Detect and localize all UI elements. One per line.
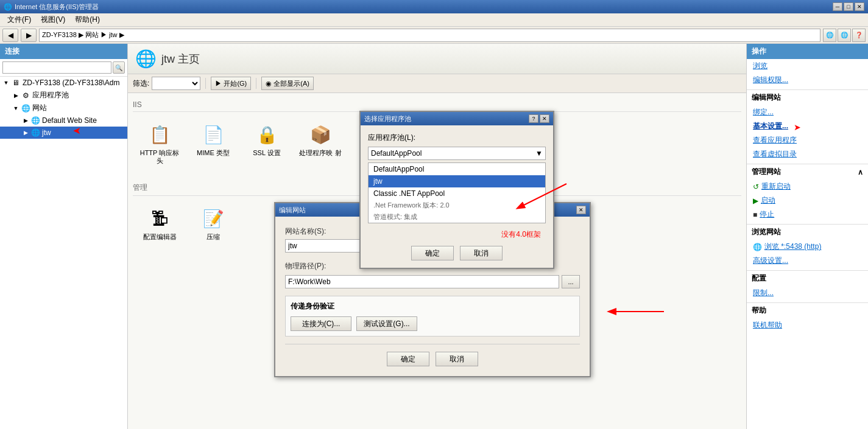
edit-confirm-btn[interactable]: 确定 (387, 352, 429, 366)
right-panel-section-help: 帮助 (747, 302, 868, 318)
right-panel-section-config: 配置 (747, 270, 868, 286)
select-pool-titlebar: 选择应用程序池 ? ✕ (361, 112, 553, 125)
auth-buttons: 连接为(C)... 测试设置(G)... (291, 316, 574, 331)
label-default: Default Web Site (42, 116, 97, 125)
close-btn[interactable]: ✕ (855, 2, 864, 11)
right-advanced[interactable]: 高级设置... (747, 254, 868, 268)
test-settings-btn[interactable]: 测试设置(G)... (356, 316, 417, 331)
label-jtw: jtw (42, 128, 51, 137)
section-mgmt-toggle[interactable]: ∧ (858, 168, 863, 176)
auth-section: 传递身份验证 连接为(C)... 测试设置(G)... (285, 296, 580, 337)
expand-icon-apppool: ▶ (12, 92, 19, 99)
sidebar: 连接 🔍 ▼ 🖥 ZD-YF3138 (ZD-YF3138\Adm ▶ ⚙ 应用… (0, 44, 128, 429)
icon-sites: 🌐 (21, 103, 30, 113)
pool-confirm-btn[interactable]: 确定 (411, 246, 454, 260)
select-pool-title: 选择应用程序池 (364, 114, 411, 124)
right-stop[interactable]: ■ 停止 (747, 208, 868, 221)
content-title: jtw 主页 (161, 52, 200, 66)
label-root: ZD-YF3138 (ZD-YF3138\Adm (23, 78, 119, 87)
right-start[interactable]: ▶ 启动 (747, 194, 868, 208)
connect-as-btn[interactable]: 连接为(C)... (291, 316, 351, 331)
right-browse-http[interactable]: 🌐 浏览 *:5438 (http) (747, 240, 868, 254)
right-panel-edit-perms[interactable]: 编辑权限... (747, 73, 868, 87)
icon-jtw: 🌐 (30, 128, 40, 138)
browse-http-icon: 🌐 (753, 243, 762, 251)
right-basic-settings[interactable]: 基本设置... (747, 119, 868, 133)
expand-icon-default: ▶ (22, 117, 29, 124)
section-mgmt-title: 管理网站 (752, 167, 781, 177)
icon-compress[interactable]: 🗜 配置编辑器 (135, 203, 184, 244)
dialog-close-btn[interactable]: ✕ (540, 114, 549, 123)
expand-icon-root: ▼ (2, 79, 10, 86)
right-view-apps[interactable]: 查看应用程序 (747, 133, 868, 147)
addon-icon-2[interactable]: 🌐 (838, 29, 851, 42)
config-editor-icon: 📝 (201, 206, 225, 231)
select-pool-dialog: 选择应用程序池 ? ✕ 应用程序池(L): DefaultAppPool ▼ (359, 111, 554, 269)
right-panel-section-browse: 浏览网站 (747, 224, 868, 240)
pool-subtext-1: 管道模式: 集成 (369, 211, 545, 223)
start-label: 启动 (761, 195, 775, 206)
tree-item-jtw[interactable]: ▶ 🌐 jtw (0, 127, 127, 139)
minimize-btn[interactable]: ─ (833, 2, 842, 11)
sidebar-search-input[interactable] (2, 61, 111, 74)
menu-help[interactable]: 帮助(H) (70, 13, 105, 26)
filter-select[interactable] (152, 77, 200, 90)
ssl-label: SSL 设置 (253, 149, 280, 157)
right-limits[interactable]: 限制... (747, 286, 868, 300)
right-panel-section-mgmt: 管理网站 ∧ (747, 164, 868, 180)
dialog-help-btn[interactable]: ? (529, 114, 538, 123)
right-online-help[interactable]: 联机帮助 (747, 318, 868, 332)
pool-cancel-btn[interactable]: 取消 (460, 246, 503, 260)
back-btn[interactable]: ◀ (2, 29, 18, 42)
start-icon: ▶ (753, 197, 758, 205)
edit-cancel-btn[interactable]: 取消 (436, 352, 478, 366)
pool-list-item-0[interactable]: DefaultAppPool (369, 163, 545, 175)
right-panel-browse[interactable]: 浏览 (747, 59, 868, 73)
icon-ssl[interactable]: 🔒 SSL 设置 (242, 119, 291, 168)
menu-bar: 文件(F) 视图(V) 帮助(H) (0, 13, 868, 27)
address-path: ZD-YF3138 ▶ 网站 ▶ jtw ▶ (39, 29, 820, 42)
toolbar: 筛选: ▶ 开始(G) ◉ 全部显示(A) (128, 74, 746, 93)
menu-file[interactable]: 文件(F) (2, 13, 36, 26)
tree-item-root[interactable]: ▼ 🖥 ZD-YF3138 (ZD-YF3138\Adm (0, 77, 127, 89)
addon-icon-3[interactable]: ❓ (852, 29, 866, 42)
mime-label: MIME 类型 (197, 149, 230, 157)
icon-config-editor[interactable]: 📝 压缩 (189, 203, 238, 244)
pool-list-item-2[interactable]: Classic .NET AppPool (369, 187, 545, 200)
icon-http-headers[interactable]: 📋 HTTP 响应标 头 (135, 119, 184, 168)
divider-1 (205, 78, 206, 89)
pool-dropdown[interactable]: DefaultAppPool ▼ (368, 147, 546, 160)
addon-icon-1[interactable]: 🌐 (823, 29, 836, 42)
handler-label: 处理程序映 射 (299, 149, 341, 157)
select-pool-content: 应用程序池(L): DefaultAppPool ▼ DefaultAppPoo… (361, 125, 553, 268)
tree-item-default-site[interactable]: ▶ 🌐 Default Web Site (0, 114, 127, 127)
show-all-btn[interactable]: ◉ 全部显示(A) (261, 77, 314, 90)
icon-root: 🖥 (11, 78, 21, 88)
content-header: 🌐 jtw 主页 (128, 44, 746, 74)
pool-list: DefaultAppPool jtw Classic .NET AppPool … (368, 162, 546, 223)
right-view-vdirs[interactable]: 查看虚拟目录 (747, 147, 868, 161)
section-edit-title: 编辑网站 (752, 92, 781, 103)
right-panel: 操作 浏览 编辑权限... 编辑网站 绑定... 基本设置... ➤ 查看应用程… (746, 44, 868, 429)
physical-path-input[interactable] (285, 275, 559, 288)
pool-dialog-buttons: 确定 取消 (368, 246, 546, 260)
restart-icon: ↺ (753, 183, 759, 191)
pool-list-item-1[interactable]: jtw (369, 175, 545, 187)
window-title: Internet 信息服务(IIS)管理器 (15, 2, 99, 12)
forward-btn[interactable]: ▶ (21, 29, 37, 42)
tree-item-sites[interactable]: ▼ 🌐 网站 (0, 102, 127, 114)
sidebar-search-btn[interactable]: 🔍 (113, 61, 125, 74)
icon-handler[interactable]: 📦 处理程序映 射 (296, 119, 345, 168)
browse-path-btn[interactable]: ... (562, 275, 580, 288)
right-bind-link[interactable]: 绑定... (747, 105, 868, 119)
config-editor-label: 压缩 (206, 233, 220, 241)
restore-btn[interactable]: □ (844, 2, 853, 11)
tree-item-apppool[interactable]: ▶ ⚙ 应用程序池 (0, 89, 127, 102)
pool-subtext-0: .Net Framework 版本: 2.0 (369, 200, 545, 211)
filter-label: 筛选: (133, 78, 149, 89)
icon-mime[interactable]: 📄 MIME 类型 (189, 119, 238, 168)
right-restart[interactable]: ↺ 重新启动 (747, 180, 868, 194)
start-btn[interactable]: ▶ 开始(G) (211, 77, 251, 90)
menu-view[interactable]: 视图(V) (36, 13, 70, 26)
edit-dialog-close[interactable]: ✕ (576, 206, 586, 214)
